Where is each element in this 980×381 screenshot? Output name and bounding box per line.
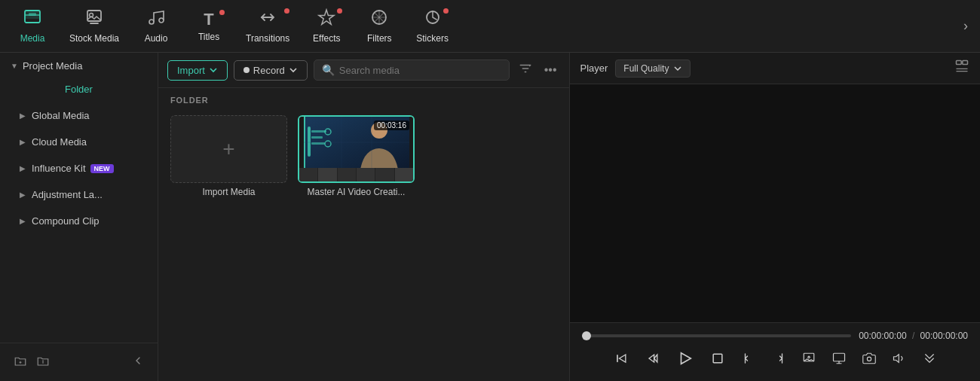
svg-point-6	[159, 18, 164, 23]
nav-label-stickers: Stickers	[416, 33, 449, 44]
audio-button[interactable]	[890, 349, 909, 372]
record-button[interactable]: Record	[234, 60, 308, 81]
add-folder-btn[interactable]	[9, 351, 32, 373]
progress-track[interactable]	[582, 334, 852, 337]
search-icon: 🔍	[322, 64, 335, 76]
nav-more-chevron[interactable]: ›	[957, 18, 974, 34]
folder-label: Folder	[0, 79, 158, 102]
quality-select[interactable]: Full Quality	[615, 59, 691, 78]
player-controls: 00:00:00:00 / 00:00:00:00	[570, 322, 981, 381]
nav-label-stock: Stock Media	[69, 33, 119, 44]
snapshot-button[interactable]	[859, 349, 879, 372]
import-media-item[interactable]: + Import Media	[170, 115, 287, 197]
cloud-media-arrow: ▶	[20, 138, 26, 146]
new-folder-btn[interactable]	[32, 351, 54, 373]
sidebar-footer	[0, 343, 158, 381]
monitor-button[interactable]	[829, 349, 849, 372]
record-label: Record	[253, 65, 285, 76]
titles-dot	[219, 10, 225, 15]
collapse-icon: ▼	[11, 62, 18, 70]
audio-icon	[147, 8, 165, 31]
sidebar-item-label-adjustment: Adjustment La...	[32, 189, 103, 200]
svg-rect-11	[311, 136, 323, 139]
nav-item-effects[interactable]: Effects	[300, 4, 353, 48]
record-dot	[243, 67, 250, 73]
media-toolbar: Import Record 🔍	[158, 53, 569, 88]
compound-clip-arrow: ▶	[20, 217, 26, 225]
mark-in-button[interactable]	[739, 349, 758, 372]
import-media-thumb: +	[170, 115, 287, 183]
player-progress: 00:00:00:00 / 00:00:00:00	[582, 331, 969, 341]
player-expand-button[interactable]	[954, 59, 969, 78]
nav-label-media: Media	[20, 33, 45, 44]
nav-label-titles: Titles	[198, 32, 219, 42]
svg-rect-10	[311, 130, 326, 133]
svg-rect-2	[29, 13, 36, 16]
influence-kit-arrow: ▶	[20, 164, 26, 172]
stickers-icon	[424, 8, 442, 31]
new-badge: NEW	[90, 164, 114, 173]
sidebar-item-global-media[interactable]: ▶ Global Media	[0, 102, 158, 129]
media-icon	[23, 8, 41, 31]
project-media-label: Project Media	[23, 60, 82, 72]
search-input[interactable]	[339, 65, 501, 76]
nav-item-media[interactable]: Media	[6, 4, 59, 48]
global-media-arrow: ▶	[20, 111, 26, 120]
svg-point-5	[149, 20, 154, 24]
stickers-dot	[443, 8, 449, 14]
nav-item-titles[interactable]: T Titles	[182, 5, 235, 47]
add-to-timeline-button[interactable]	[799, 349, 819, 372]
player-panel: Player Full Quality	[570, 53, 981, 381]
transitions-icon	[259, 8, 277, 31]
video-thumb-content: 00:03:16	[299, 117, 413, 181]
sidebar-project-media-header[interactable]: ▼ Project Media	[0, 53, 158, 79]
filter-button[interactable]	[516, 59, 535, 81]
top-nav: Media Stock Media Audio T Titles	[0, 0, 980, 53]
sidebar-item-compound-clip[interactable]: ▶ Compound Clip	[0, 208, 158, 234]
nav-item-filters[interactable]: Filters	[353, 4, 406, 48]
sidebar-item-label-global: Global Media	[32, 110, 90, 121]
step-back-button[interactable]	[611, 348, 632, 373]
sidebar-item-adjustment-layer[interactable]: ▶ Adjustment La...	[0, 181, 158, 208]
player-label: Player	[580, 62, 608, 74]
sidebar-item-influence-kit[interactable]: ▶ Influence Kit NEW	[0, 155, 158, 181]
search-box: 🔍	[314, 59, 510, 81]
nav-item-stickers[interactable]: Stickers	[406, 4, 459, 48]
more-controls-button[interactable]	[920, 349, 939, 372]
nav-item-stock-media[interactable]: Stock Media	[59, 4, 130, 48]
transitions-dot	[284, 8, 289, 14]
video-filmstrip	[299, 168, 413, 181]
sidebar-item-cloud-media[interactable]: ▶ Cloud Media	[0, 129, 158, 155]
video-duration: 00:03:16	[374, 120, 409, 130]
folder-section-label: FOLDER	[158, 88, 569, 109]
import-plus-icon: +	[222, 137, 234, 161]
nav-label-filters: Filters	[367, 33, 392, 44]
svg-rect-12	[311, 142, 325, 145]
time-display: 00:00:00:00 / 00:00:00:00	[859, 331, 968, 341]
stop-button[interactable]	[707, 348, 728, 373]
more-options-button[interactable]: •••	[541, 60, 560, 80]
sidebar-collapse-btn[interactable]	[127, 352, 149, 373]
video-media-item[interactable]: 00:03:16	[298, 115, 415, 197]
nav-item-transitions[interactable]: Transitions	[235, 4, 300, 48]
player-header: Player Full Quality	[570, 53, 981, 84]
frame-back-button[interactable]	[642, 348, 663, 373]
svg-point-26	[867, 357, 871, 361]
video-media-label: Master AI Video Creati...	[308, 187, 406, 197]
import-button[interactable]: Import	[167, 60, 228, 81]
sidebar-item-label-influence: Influence Kit	[32, 163, 86, 174]
time-current: 00:00:00:00	[859, 331, 906, 341]
progress-thumb	[582, 331, 591, 340]
import-media-label: Import Media	[202, 187, 255, 197]
svg-rect-25	[833, 353, 844, 361]
time-total: 00:00:00:00	[920, 331, 968, 341]
nav-item-audio[interactable]: Audio	[130, 4, 182, 48]
stock-media-icon	[85, 8, 103, 31]
sidebar-item-label-cloud: Cloud Media	[32, 136, 87, 148]
play-button[interactable]	[674, 347, 697, 373]
nav-label-effects: Effects	[313, 33, 340, 44]
media-panel: Import Record 🔍	[158, 53, 570, 381]
svg-rect-23	[713, 354, 722, 363]
mark-out-button[interactable]	[769, 349, 789, 372]
svg-rect-21	[963, 61, 968, 65]
